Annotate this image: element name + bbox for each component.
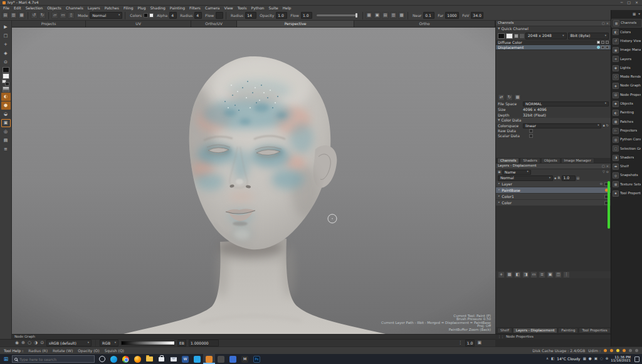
colorspace-select[interactable]: sRGB (default) ▾ [46, 340, 92, 346]
menu-patches[interactable]: Patches [105, 6, 119, 10]
brush-flow-field[interactable]: 1.0 [301, 12, 312, 19]
stack-icon[interactable]: ▦ [514, 94, 521, 101]
sidebar-item-patches[interactable]: ▩Patches [611, 117, 642, 126]
menu-filters[interactable]: Filters [189, 6, 201, 10]
paint-tool-icon[interactable]: ● [1, 101, 11, 110]
sidebar-item-painting[interactable]: ◐Painting [611, 108, 642, 117]
brush-radius-field[interactable]: 14 [245, 12, 256, 19]
channel-white-swatch[interactable] [506, 33, 513, 39]
clone-tool-icon[interactable]: ▣ [1, 119, 11, 127]
tray-icon[interactable]: ● [589, 357, 592, 361]
photoshop-button[interactable]: Ps [251, 354, 263, 364]
teams-button[interactable] [191, 354, 203, 364]
menu-suite[interactable]: Suite [268, 6, 278, 10]
far-field[interactable]: 1000 [445, 12, 459, 19]
filter-mode-icon[interactable]: ▣ [498, 170, 501, 174]
sidebar-item-layers[interactable]: ≡Layers [611, 55, 642, 63]
more-icon[interactable]: ⋮ [563, 271, 570, 278]
add-group-icon[interactable]: ▦ [506, 271, 513, 278]
tab-channels-panel[interactable]: Channels [497, 158, 519, 164]
shadow-view-icon[interactable]: ▣ [374, 12, 381, 19]
menu-painting[interactable]: Painting [170, 6, 185, 10]
tray-icon[interactable]: ◌ [600, 357, 603, 361]
file-space-select[interactable]: NORMAL ▾ [523, 101, 609, 107]
color-add-icon[interactable]: ⊕ [21, 341, 25, 345]
expand-icon[interactable]: ▸ [498, 189, 500, 192]
panel-detach-icon[interactable]: ▢ [602, 22, 605, 25]
tab-uv[interactable]: UV [86, 21, 191, 27]
tab-projects[interactable]: Projects [12, 21, 86, 27]
maximize-button[interactable]: ▢ [627, 1, 631, 4]
node-properties-bar[interactable]: ⋮⋮ Node Properties [495, 334, 611, 339]
paste-icon[interactable]: ▯ [68, 12, 75, 19]
duplicate-icon[interactable]: ▭ [530, 271, 537, 278]
mask-icon[interactable]: ◨ [522, 271, 529, 278]
sidebar-item-projectors[interactable]: ▷Projectors [611, 127, 642, 135]
color-target-icon[interactable]: ⊙ [40, 341, 44, 345]
panel-close-icon[interactable]: × [606, 22, 609, 25]
eyedropper-tool-icon[interactable]: ◐ [1, 93, 11, 101]
sidebar-item-objects[interactable]: ◆Objects [611, 100, 642, 108]
color-circle-icon[interactable]: ○ [28, 341, 31, 345]
texture-view-icon[interactable]: ▥ [390, 12, 397, 19]
tab-layers-displacement[interactable]: Layers - Displacement [513, 328, 558, 333]
tab-ortho-uv[interactable]: Ortho/UV [191, 21, 237, 27]
sync-icon[interactable]: ↻ [506, 94, 513, 101]
menu-view[interactable]: View [224, 6, 233, 10]
menu-layers[interactable]: Layers [88, 6, 100, 10]
move-tool-icon[interactable]: + [1, 41, 11, 49]
channels-panel-header[interactable]: Channels ▢ × [496, 21, 611, 26]
tab-perspective[interactable]: Perspective [237, 21, 354, 27]
color-pair-swatch[interactable] [2, 80, 9, 86]
grid-view-icon[interactable]: ▦ [366, 12, 372, 19]
bitdepth-select[interactable]: 8bit (Byte) ▾ [568, 33, 609, 39]
tab-shelf[interactable]: Shelf [497, 328, 512, 333]
channel-option-chip[interactable] [601, 46, 604, 49]
layer-row-layer[interactable]: ▸ Layer ⊙ [496, 181, 611, 187]
tab-painting[interactable]: Painting [558, 328, 578, 333]
channel-row-diffuse[interactable]: Diffuse Color [496, 40, 611, 45]
menu-file[interactable]: File [3, 6, 9, 10]
layers-panel-header[interactable]: Layers - Displacement ▢ × [496, 164, 611, 169]
redo-icon[interactable]: ↻ [39, 12, 46, 19]
menu-plug[interactable]: Plug [138, 6, 146, 10]
hex-field[interactable]: EB [177, 340, 186, 346]
background-color-swatch[interactable] [149, 13, 154, 18]
layers-scrollbar[interactable] [608, 181, 610, 229]
edge-button[interactable] [108, 354, 120, 364]
gradient-swatch[interactable] [3, 86, 9, 92]
sidebar-item-channels[interactable]: ▦Channels [611, 19, 642, 28]
sidebar-item-snapshots[interactable]: ◎Snapshots [611, 171, 642, 180]
menu-tools[interactable]: Tools [238, 6, 247, 10]
display-options-icon[interactable]: ▣ [477, 341, 482, 345]
foreground-color[interactable] [3, 67, 9, 73]
start-button[interactable]: ⊞ [0, 354, 12, 364]
model-canvas[interactable] [12, 28, 495, 334]
value-gradient-slider[interactable] [121, 341, 175, 345]
blur-tool-icon[interactable]: ◒ [1, 110, 11, 118]
expander-icon[interactable]: ▼ [498, 28, 500, 31]
copy-icon[interactable]: ▭ [60, 12, 66, 19]
shuffle-icon[interactable]: ⇄ [498, 94, 505, 101]
tray-icon[interactable]: ◧ [551, 357, 554, 361]
channel-black-swatch[interactable] [498, 33, 505, 39]
menu-filing[interactable]: Filing [124, 6, 134, 10]
lock-icon[interactable]: ▪ [554, 177, 556, 180]
add-layer-icon[interactable]: + [498, 271, 505, 278]
menu-python[interactable]: Python [251, 6, 265, 10]
tool-menu-icon[interactable]: ≡ [1, 145, 11, 153]
color-wheel-icon[interactable]: ◉ [15, 341, 19, 345]
channel-row-displacement[interactable]: Displacement [496, 45, 611, 50]
layer-row-color[interactable]: ▸ Color [496, 200, 611, 206]
scalar-data-checkbox[interactable] [529, 134, 533, 138]
mode-select[interactable]: Normal ▾ [90, 12, 122, 19]
tab-ortho[interactable]: Ortho [354, 21, 495, 27]
flow-swatch-field[interactable] [216, 12, 223, 19]
notification-center-icon[interactable] [634, 356, 639, 362]
tab-image-manager-panel[interactable]: Image Manager [561, 158, 594, 164]
menu-help[interactable]: Help [283, 6, 292, 10]
tray-expand-icon[interactable]: ∧ [546, 357, 549, 361]
amount-field[interactable]: 1.0 [562, 175, 576, 181]
background-color[interactable] [3, 73, 9, 79]
layer-row-color1[interactable]: ▸ Color1 [496, 194, 611, 200]
